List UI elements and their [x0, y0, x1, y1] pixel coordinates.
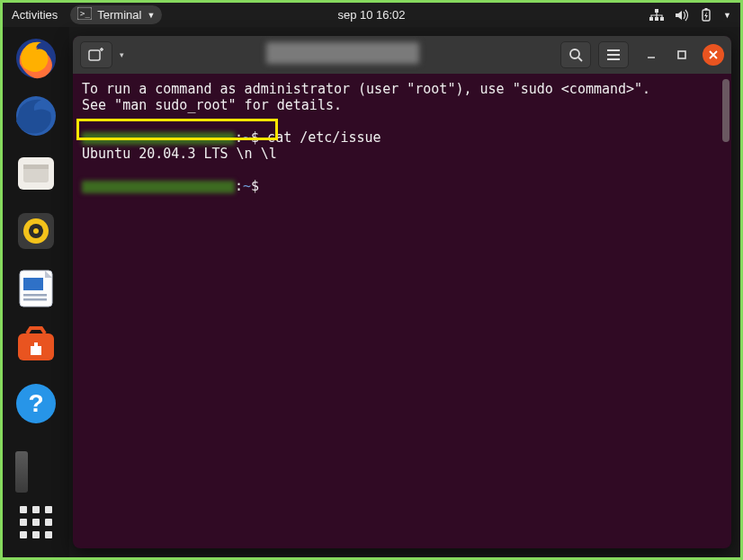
- dock-firefox[interactable]: [12, 34, 60, 83]
- dock-files[interactable]: [12, 149, 60, 198]
- terminal-line: See "man sudo_root" for details.: [82, 97, 722, 113]
- terminal-window: ▾ To run a co: [73, 36, 731, 548]
- svg-rect-20: [23, 298, 47, 301]
- user-host-redacted: [82, 132, 235, 145]
- hamburger-menu-button[interactable]: [598, 41, 629, 68]
- show-applications-button[interactable]: [12, 498, 60, 547]
- user-host-redacted: [82, 181, 235, 193]
- network-icon[interactable]: [649, 9, 664, 22]
- close-button[interactable]: [703, 44, 724, 66]
- svg-rect-3: [649, 17, 653, 21]
- volume-icon[interactable]: [675, 9, 689, 22]
- terminal-output: Ubuntu 20.04.3 LTS \n \l: [82, 146, 722, 162]
- svg-rect-24: [89, 50, 100, 60]
- dock-rhythmbox[interactable]: [12, 207, 60, 255]
- dock-libreoffice-writer[interactable]: [12, 264, 60, 313]
- clock[interactable]: sep 10 16:02: [337, 8, 405, 22]
- dock-trash-sliver[interactable]: [15, 451, 28, 493]
- svg-rect-18: [23, 278, 43, 290]
- svg-rect-26: [678, 51, 685, 58]
- app-menu[interactable]: >_ Terminal ▼: [70, 5, 162, 24]
- svg-point-25: [570, 49, 579, 58]
- chevron-down-icon: ▼: [723, 11, 731, 20]
- app-menu-label: Terminal: [97, 8, 141, 22]
- dock-ubuntu-software[interactable]: [12, 322, 60, 370]
- svg-rect-4: [655, 17, 658, 21]
- maximize-button[interactable]: [672, 45, 692, 65]
- new-tab-button[interactable]: [80, 41, 112, 68]
- terminal-prompt-line: :~$ cat /etc/issue: [82, 129, 722, 146]
- terminal-title: [131, 42, 553, 67]
- cwd: ~: [243, 129, 251, 146]
- svg-point-16: [33, 228, 39, 234]
- terminal-header: ▾: [73, 36, 731, 74]
- system-tray[interactable]: ▼: [649, 8, 731, 22]
- blank-line: [82, 162, 722, 178]
- cwd: ~: [243, 178, 251, 194]
- terminal-line: To run a command as administrator (user …: [82, 81, 722, 97]
- scrollbar-thumb[interactable]: [722, 79, 730, 142]
- title-redacted: [266, 42, 419, 64]
- chevron-down-icon: ▼: [147, 11, 155, 20]
- dock-thunderbird[interactable]: [12, 92, 60, 140]
- blank-line: [82, 113, 722, 129]
- activities-button[interactable]: Activities: [12, 8, 58, 22]
- gnome-topbar: Activities >_ Terminal ▼ sep 10 16:02 ▼: [3, 3, 740, 27]
- svg-rect-7: [705, 8, 708, 10]
- terminal-icon: >_: [77, 7, 92, 22]
- svg-text:?: ?: [28, 389, 43, 417]
- svg-rect-5: [660, 17, 664, 21]
- battery-icon[interactable]: [700, 8, 712, 22]
- dock-help[interactable]: ?: [12, 379, 60, 428]
- chevron-down-icon[interactable]: ▾: [120, 50, 124, 59]
- desktop: ? ▾: [3, 27, 740, 557]
- window-controls: [641, 44, 724, 66]
- minimize-button[interactable]: [641, 45, 661, 65]
- svg-rect-12: [23, 164, 49, 169]
- command-text: cat /etc/issue: [259, 129, 380, 146]
- svg-rect-2: [655, 9, 658, 13]
- svg-text:>_: >_: [80, 9, 90, 18]
- terminal-prompt-line: :~$: [82, 178, 722, 194]
- terminal-body[interactable]: To run a command as administrator (user …: [73, 74, 731, 548]
- dock: ?: [3, 27, 69, 557]
- search-button[interactable]: [560, 41, 591, 68]
- svg-rect-19: [23, 294, 47, 297]
